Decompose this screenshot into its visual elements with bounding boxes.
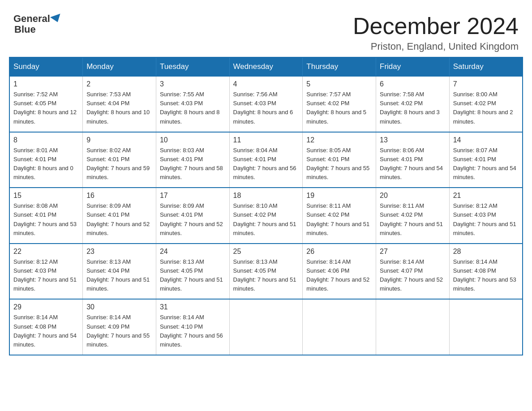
day-number: 12 [306,136,372,144]
calendar-cell: 14Sunrise: 8:07 AMSunset: 4:01 PMDayligh… [449,132,523,188]
day-info: Sunrise: 8:09 AMSunset: 4:01 PMDaylight:… [160,201,226,238]
calendar-cell: 15Sunrise: 8:08 AMSunset: 4:01 PMDayligh… [9,188,83,244]
day-number: 7 [453,80,519,88]
calendar-cell: 11Sunrise: 8:04 AMSunset: 4:01 PMDayligh… [229,132,303,188]
day-info: Sunrise: 8:14 AMSunset: 4:06 PMDaylight:… [306,257,372,294]
day-info: Sunrise: 8:05 AMSunset: 4:01 PMDaylight:… [306,146,372,182]
calendar-cell: 19Sunrise: 8:11 AMSunset: 4:02 PMDayligh… [303,188,376,244]
day-number: 27 [380,248,446,256]
calendar-cell: 27Sunrise: 8:14 AMSunset: 4:07 PMDayligh… [376,244,450,300]
day-number: 28 [453,248,519,256]
calendar-cell: 13Sunrise: 8:06 AMSunset: 4:01 PMDayligh… [376,132,450,188]
day-number: 11 [233,136,299,144]
calendar-week-row: 22Sunrise: 8:12 AMSunset: 4:03 PMDayligh… [9,244,523,300]
day-number: 24 [160,248,226,256]
calendar-cell: 4Sunrise: 7:56 AMSunset: 4:03 PMDaylight… [229,76,303,132]
day-info: Sunrise: 8:11 AMSunset: 4:02 PMDaylight:… [306,201,372,238]
day-info: Sunrise: 8:12 AMSunset: 4:03 PMDaylight:… [13,257,79,294]
calendar-cell: 25Sunrise: 8:13 AMSunset: 4:05 PMDayligh… [229,244,303,300]
calendar-cell: 24Sunrise: 8:13 AMSunset: 4:05 PMDayligh… [156,244,229,300]
weekday-header-wednesday: Wednesday [229,57,303,76]
calendar-cell: 10Sunrise: 8:03 AMSunset: 4:01 PMDayligh… [156,132,229,188]
calendar-cell: 7Sunrise: 8:00 AMSunset: 4:02 PMDaylight… [449,76,523,132]
calendar-week-row: 15Sunrise: 8:08 AMSunset: 4:01 PMDayligh… [9,188,523,244]
day-info: Sunrise: 7:58 AMSunset: 4:02 PMDaylight:… [380,90,446,126]
day-number: 8 [13,136,79,144]
calendar-cell: 29Sunrise: 8:14 AMSunset: 4:08 PMDayligh… [9,299,83,355]
day-number: 22 [13,248,79,256]
calendar-cell: 23Sunrise: 8:13 AMSunset: 4:04 PMDayligh… [83,244,156,300]
day-info: Sunrise: 8:08 AMSunset: 4:01 PMDaylight:… [13,201,79,238]
calendar-cell: 1Sunrise: 7:52 AMSunset: 4:05 PMDaylight… [9,76,83,132]
day-info: Sunrise: 8:14 AMSunset: 4:08 PMDaylight:… [13,313,79,349]
day-number: 29 [13,303,79,311]
calendar-cell: 8Sunrise: 8:01 AMSunset: 4:01 PMDaylight… [9,132,83,188]
calendar-cell: 3Sunrise: 7:55 AMSunset: 4:03 PMDaylight… [156,76,229,132]
page-header: General Blue December 2024 Priston, Engl… [9,9,523,52]
calendar-cell: 26Sunrise: 8:14 AMSunset: 4:06 PMDayligh… [303,244,376,300]
calendar-cell [303,299,376,355]
day-number: 26 [306,248,372,256]
calendar-cell: 21Sunrise: 8:12 AMSunset: 4:03 PMDayligh… [449,188,523,244]
calendar-cell [449,299,523,355]
weekday-header-thursday: Thursday [303,57,376,76]
calendar-cell: 12Sunrise: 8:05 AMSunset: 4:01 PMDayligh… [303,132,376,188]
day-info: Sunrise: 8:14 AMSunset: 4:09 PMDaylight:… [86,313,152,349]
calendar-cell: 28Sunrise: 8:14 AMSunset: 4:08 PMDayligh… [449,244,523,300]
day-number: 15 [13,192,79,200]
calendar-table: SundayMondayTuesdayWednesdayThursdayFrid… [9,57,523,355]
calendar-cell: 16Sunrise: 8:09 AMSunset: 4:01 PMDayligh… [83,188,156,244]
weekday-header-saturday: Saturday [449,57,523,76]
day-info: Sunrise: 8:09 AMSunset: 4:01 PMDaylight:… [86,201,152,238]
day-number: 23 [86,248,152,256]
logo: General Blue [13,13,62,35]
calendar-cell [229,299,303,355]
day-info: Sunrise: 8:14 AMSunset: 4:07 PMDaylight:… [380,257,446,294]
day-info: Sunrise: 8:12 AMSunset: 4:03 PMDaylight:… [453,201,519,238]
calendar-title: December 2024 [353,13,519,39]
calendar-cell: 6Sunrise: 7:58 AMSunset: 4:02 PMDaylight… [376,76,450,132]
calendar-cell: 31Sunrise: 8:14 AMSunset: 4:10 PMDayligh… [156,299,229,355]
day-number: 3 [160,80,226,88]
day-info: Sunrise: 7:56 AMSunset: 4:03 PMDaylight:… [233,90,299,126]
day-info: Sunrise: 8:00 AMSunset: 4:02 PMDaylight:… [453,90,519,126]
day-info: Sunrise: 8:06 AMSunset: 4:01 PMDaylight:… [380,146,446,182]
calendar-cell: 17Sunrise: 8:09 AMSunset: 4:01 PMDayligh… [156,188,229,244]
calendar-week-row: 1Sunrise: 7:52 AMSunset: 4:05 PMDaylight… [9,76,523,132]
day-number: 13 [380,136,446,144]
day-number: 25 [233,248,299,256]
calendar-cell: 2Sunrise: 7:53 AMSunset: 4:04 PMDaylight… [83,76,156,132]
weekday-header-row: SundayMondayTuesdayWednesdayThursdayFrid… [9,57,523,76]
day-info: Sunrise: 7:53 AMSunset: 4:04 PMDaylight:… [86,90,152,126]
logo-text-general: General [13,13,50,24]
day-number: 10 [160,136,226,144]
day-number: 5 [306,80,372,88]
calendar-cell [376,299,450,355]
day-number: 4 [233,80,299,88]
calendar-cell: 30Sunrise: 8:14 AMSunset: 4:09 PMDayligh… [83,299,156,355]
day-number: 9 [86,136,152,144]
day-info: Sunrise: 8:13 AMSunset: 4:04 PMDaylight:… [86,257,152,294]
day-number: 16 [86,192,152,200]
calendar-cell: 22Sunrise: 8:12 AMSunset: 4:03 PMDayligh… [9,244,83,300]
weekday-header-sunday: Sunday [9,57,83,76]
day-number: 20 [380,192,446,200]
logo-arrow-icon [50,13,63,24]
day-info: Sunrise: 7:57 AMSunset: 4:02 PMDaylight:… [306,90,372,126]
day-number: 1 [13,80,79,88]
day-number: 30 [86,303,152,311]
day-number: 2 [86,80,152,88]
day-number: 14 [453,136,519,144]
day-info: Sunrise: 8:03 AMSunset: 4:01 PMDaylight:… [160,146,226,182]
day-info: Sunrise: 8:10 AMSunset: 4:02 PMDaylight:… [233,201,299,238]
weekday-header-monday: Monday [83,57,156,76]
calendar-week-row: 29Sunrise: 8:14 AMSunset: 4:08 PMDayligh… [9,299,523,355]
weekday-header-tuesday: Tuesday [156,57,229,76]
day-info: Sunrise: 8:02 AMSunset: 4:01 PMDaylight:… [86,146,152,182]
calendar-subtitle: Priston, England, United Kingdom [353,41,519,52]
day-info: Sunrise: 7:55 AMSunset: 4:03 PMDaylight:… [160,90,226,126]
day-info: Sunrise: 8:14 AMSunset: 4:08 PMDaylight:… [453,257,519,294]
calendar-week-row: 8Sunrise: 8:01 AMSunset: 4:01 PMDaylight… [9,132,523,188]
day-info: Sunrise: 8:13 AMSunset: 4:05 PMDaylight:… [160,257,226,294]
day-info: Sunrise: 8:13 AMSunset: 4:05 PMDaylight:… [233,257,299,294]
